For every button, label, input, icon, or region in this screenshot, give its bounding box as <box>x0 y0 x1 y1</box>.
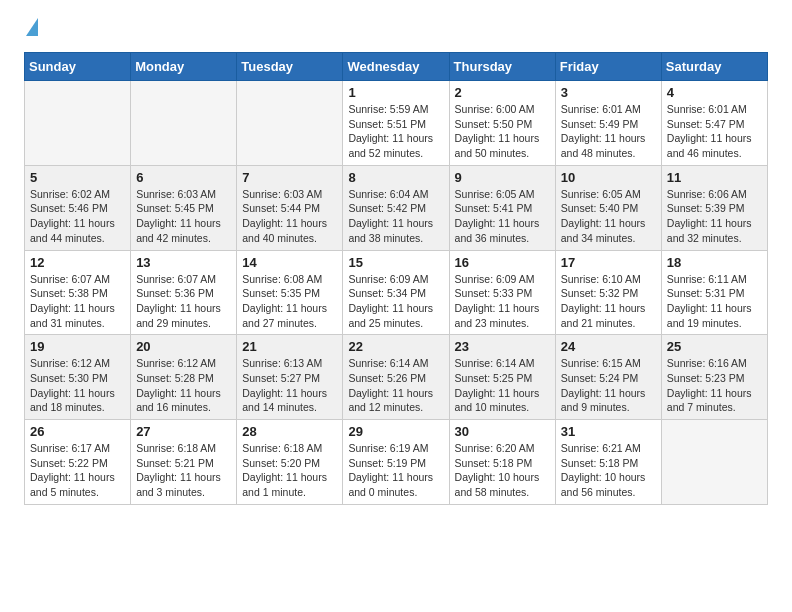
calendar-day-cell: 25Sunrise: 6:16 AM Sunset: 5:23 PM Dayli… <box>661 335 767 420</box>
day-number: 25 <box>667 339 762 354</box>
calendar-day-cell: 22Sunrise: 6:14 AM Sunset: 5:26 PM Dayli… <box>343 335 449 420</box>
calendar-day-cell: 7Sunrise: 6:03 AM Sunset: 5:44 PM Daylig… <box>237 165 343 250</box>
calendar-day-cell: 10Sunrise: 6:05 AM Sunset: 5:40 PM Dayli… <box>555 165 661 250</box>
day-number: 5 <box>30 170 125 185</box>
day-info: Sunrise: 6:01 AM Sunset: 5:49 PM Dayligh… <box>561 102 656 161</box>
calendar-day-cell: 29Sunrise: 6:19 AM Sunset: 5:19 PM Dayli… <box>343 420 449 505</box>
logo-text <box>24 20 38 38</box>
day-number: 9 <box>455 170 550 185</box>
day-info: Sunrise: 6:18 AM Sunset: 5:20 PM Dayligh… <box>242 441 337 500</box>
day-number: 31 <box>561 424 656 439</box>
calendar-week-row: 5Sunrise: 6:02 AM Sunset: 5:46 PM Daylig… <box>25 165 768 250</box>
day-number: 3 <box>561 85 656 100</box>
day-info: Sunrise: 6:02 AM Sunset: 5:46 PM Dayligh… <box>30 187 125 246</box>
day-info: Sunrise: 6:06 AM Sunset: 5:39 PM Dayligh… <box>667 187 762 246</box>
day-info: Sunrise: 6:08 AM Sunset: 5:35 PM Dayligh… <box>242 272 337 331</box>
day-number: 14 <box>242 255 337 270</box>
calendar-day-cell: 11Sunrise: 6:06 AM Sunset: 5:39 PM Dayli… <box>661 165 767 250</box>
calendar-day-cell: 5Sunrise: 6:02 AM Sunset: 5:46 PM Daylig… <box>25 165 131 250</box>
day-info: Sunrise: 6:00 AM Sunset: 5:50 PM Dayligh… <box>455 102 550 161</box>
day-number: 2 <box>455 85 550 100</box>
weekday-header-wednesday: Wednesday <box>343 53 449 81</box>
day-info: Sunrise: 6:03 AM Sunset: 5:44 PM Dayligh… <box>242 187 337 246</box>
calendar-day-cell: 18Sunrise: 6:11 AM Sunset: 5:31 PM Dayli… <box>661 250 767 335</box>
day-info: Sunrise: 6:05 AM Sunset: 5:40 PM Dayligh… <box>561 187 656 246</box>
weekday-header-saturday: Saturday <box>661 53 767 81</box>
weekday-header-monday: Monday <box>131 53 237 81</box>
calendar-day-cell: 19Sunrise: 6:12 AM Sunset: 5:30 PM Dayli… <box>25 335 131 420</box>
logo-icon <box>26 18 38 36</box>
day-number: 24 <box>561 339 656 354</box>
calendar-day-cell: 4Sunrise: 6:01 AM Sunset: 5:47 PM Daylig… <box>661 81 767 166</box>
calendar-day-cell: 9Sunrise: 6:05 AM Sunset: 5:41 PM Daylig… <box>449 165 555 250</box>
calendar-day-cell: 31Sunrise: 6:21 AM Sunset: 5:18 PM Dayli… <box>555 420 661 505</box>
calendar-day-cell: 13Sunrise: 6:07 AM Sunset: 5:36 PM Dayli… <box>131 250 237 335</box>
day-info: Sunrise: 6:01 AM Sunset: 5:47 PM Dayligh… <box>667 102 762 161</box>
day-info: Sunrise: 6:05 AM Sunset: 5:41 PM Dayligh… <box>455 187 550 246</box>
weekday-header-tuesday: Tuesday <box>237 53 343 81</box>
calendar-day-cell: 24Sunrise: 6:15 AM Sunset: 5:24 PM Dayli… <box>555 335 661 420</box>
weekday-header-thursday: Thursday <box>449 53 555 81</box>
day-number: 26 <box>30 424 125 439</box>
weekday-header-friday: Friday <box>555 53 661 81</box>
day-number: 15 <box>348 255 443 270</box>
calendar-day-cell: 8Sunrise: 6:04 AM Sunset: 5:42 PM Daylig… <box>343 165 449 250</box>
day-info: Sunrise: 6:19 AM Sunset: 5:19 PM Dayligh… <box>348 441 443 500</box>
calendar-day-cell: 6Sunrise: 6:03 AM Sunset: 5:45 PM Daylig… <box>131 165 237 250</box>
day-number: 18 <box>667 255 762 270</box>
day-info: Sunrise: 6:07 AM Sunset: 5:38 PM Dayligh… <box>30 272 125 331</box>
calendar-day-cell: 16Sunrise: 6:09 AM Sunset: 5:33 PM Dayli… <box>449 250 555 335</box>
calendar-week-row: 1Sunrise: 5:59 AM Sunset: 5:51 PM Daylig… <box>25 81 768 166</box>
day-info: Sunrise: 6:12 AM Sunset: 5:30 PM Dayligh… <box>30 356 125 415</box>
calendar-day-cell: 17Sunrise: 6:10 AM Sunset: 5:32 PM Dayli… <box>555 250 661 335</box>
day-number: 11 <box>667 170 762 185</box>
page: SundayMondayTuesdayWednesdayThursdayFrid… <box>0 0 792 612</box>
day-info: Sunrise: 6:09 AM Sunset: 5:33 PM Dayligh… <box>455 272 550 331</box>
day-info: Sunrise: 6:09 AM Sunset: 5:34 PM Dayligh… <box>348 272 443 331</box>
calendar-day-cell: 3Sunrise: 6:01 AM Sunset: 5:49 PM Daylig… <box>555 81 661 166</box>
day-info: Sunrise: 6:12 AM Sunset: 5:28 PM Dayligh… <box>136 356 231 415</box>
calendar-day-cell <box>237 81 343 166</box>
day-number: 17 <box>561 255 656 270</box>
day-info: Sunrise: 6:14 AM Sunset: 5:25 PM Dayligh… <box>455 356 550 415</box>
calendar-day-cell: 23Sunrise: 6:14 AM Sunset: 5:25 PM Dayli… <box>449 335 555 420</box>
day-info: Sunrise: 6:20 AM Sunset: 5:18 PM Dayligh… <box>455 441 550 500</box>
calendar-day-cell: 21Sunrise: 6:13 AM Sunset: 5:27 PM Dayli… <box>237 335 343 420</box>
calendar-week-row: 12Sunrise: 6:07 AM Sunset: 5:38 PM Dayli… <box>25 250 768 335</box>
day-number: 22 <box>348 339 443 354</box>
day-number: 16 <box>455 255 550 270</box>
calendar-day-cell: 2Sunrise: 6:00 AM Sunset: 5:50 PM Daylig… <box>449 81 555 166</box>
day-number: 6 <box>136 170 231 185</box>
day-info: Sunrise: 6:07 AM Sunset: 5:36 PM Dayligh… <box>136 272 231 331</box>
day-info: Sunrise: 6:18 AM Sunset: 5:21 PM Dayligh… <box>136 441 231 500</box>
day-info: Sunrise: 6:04 AM Sunset: 5:42 PM Dayligh… <box>348 187 443 246</box>
weekday-header-sunday: Sunday <box>25 53 131 81</box>
day-number: 29 <box>348 424 443 439</box>
calendar: SundayMondayTuesdayWednesdayThursdayFrid… <box>24 52 768 505</box>
calendar-day-cell <box>25 81 131 166</box>
calendar-week-row: 26Sunrise: 6:17 AM Sunset: 5:22 PM Dayli… <box>25 420 768 505</box>
logo <box>24 20 38 38</box>
day-number: 20 <box>136 339 231 354</box>
day-number: 4 <box>667 85 762 100</box>
calendar-day-cell: 14Sunrise: 6:08 AM Sunset: 5:35 PM Dayli… <box>237 250 343 335</box>
day-number: 8 <box>348 170 443 185</box>
day-number: 12 <box>30 255 125 270</box>
day-number: 21 <box>242 339 337 354</box>
header <box>24 20 768 38</box>
calendar-day-cell: 27Sunrise: 6:18 AM Sunset: 5:21 PM Dayli… <box>131 420 237 505</box>
day-info: Sunrise: 6:13 AM Sunset: 5:27 PM Dayligh… <box>242 356 337 415</box>
day-info: Sunrise: 6:11 AM Sunset: 5:31 PM Dayligh… <box>667 272 762 331</box>
day-info: Sunrise: 6:10 AM Sunset: 5:32 PM Dayligh… <box>561 272 656 331</box>
day-number: 19 <box>30 339 125 354</box>
day-info: Sunrise: 6:03 AM Sunset: 5:45 PM Dayligh… <box>136 187 231 246</box>
calendar-day-cell: 20Sunrise: 6:12 AM Sunset: 5:28 PM Dayli… <box>131 335 237 420</box>
day-info: Sunrise: 6:17 AM Sunset: 5:22 PM Dayligh… <box>30 441 125 500</box>
day-number: 28 <box>242 424 337 439</box>
day-info: Sunrise: 5:59 AM Sunset: 5:51 PM Dayligh… <box>348 102 443 161</box>
calendar-day-cell: 15Sunrise: 6:09 AM Sunset: 5:34 PM Dayli… <box>343 250 449 335</box>
day-info: Sunrise: 6:16 AM Sunset: 5:23 PM Dayligh… <box>667 356 762 415</box>
day-number: 30 <box>455 424 550 439</box>
calendar-day-cell: 30Sunrise: 6:20 AM Sunset: 5:18 PM Dayli… <box>449 420 555 505</box>
calendar-day-cell: 26Sunrise: 6:17 AM Sunset: 5:22 PM Dayli… <box>25 420 131 505</box>
